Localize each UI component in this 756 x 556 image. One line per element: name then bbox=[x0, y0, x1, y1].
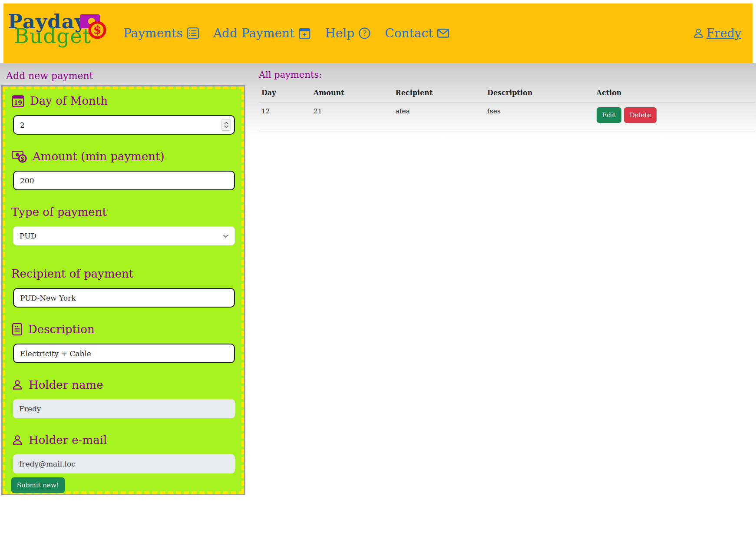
type-of-payment-select[interactable]: PUD bbox=[13, 226, 235, 245]
type-control-wrap: PUD bbox=[13, 226, 235, 245]
calendar-plus-icon bbox=[298, 27, 311, 40]
holder-name-control-wrap bbox=[13, 399, 235, 418]
nav-payments-label: Payments bbox=[123, 26, 183, 40]
holder-email-input bbox=[13, 454, 235, 473]
envelope-icon bbox=[437, 27, 449, 40]
user-account-link[interactable]: Fredy bbox=[693, 26, 741, 40]
app-header: Payday Budget $ Payments Add Payment bbox=[3, 3, 753, 63]
field-group-type: Type of payment PUD bbox=[10, 204, 236, 245]
add-payment-section: Add new payment 19 Day of Month bbox=[0, 63, 250, 556]
nav-contact[interactable]: Contact bbox=[385, 26, 449, 40]
holder-email-control-wrap bbox=[13, 454, 235, 473]
nav-help[interactable]: Help ? bbox=[325, 26, 371, 40]
payments-list-title: All payments: bbox=[259, 70, 755, 80]
svg-text:$: $ bbox=[93, 23, 101, 36]
col-header-recipient: Recipient bbox=[393, 86, 485, 103]
cell-action: Edit Delete bbox=[594, 103, 756, 132]
delete-button[interactable]: Delete bbox=[624, 107, 657, 123]
user-name: Fredy bbox=[706, 26, 741, 40]
col-header-day: Day bbox=[259, 86, 311, 103]
recipient-label: Recipient of payment bbox=[11, 265, 236, 282]
person-icon bbox=[11, 434, 23, 446]
question-circle-icon: ? bbox=[358, 27, 371, 40]
field-group-recipient: Recipient of payment bbox=[10, 265, 236, 308]
holder-name-label: Holder name bbox=[11, 377, 236, 393]
add-payment-form: 19 Day of Month bbox=[3, 86, 244, 494]
col-header-action: Action bbox=[594, 86, 756, 103]
cash-coin-icon: $ bbox=[11, 149, 27, 163]
field-group-amount: $ Amount (min payment) bbox=[10, 148, 236, 190]
main-content: Add new payment 19 Day of Month bbox=[0, 63, 756, 556]
all-payments-section: All payments: Day Amount Recipient Descr… bbox=[250, 63, 756, 556]
field-group-description: Description bbox=[10, 321, 236, 363]
add-payment-panel: 19 Day of Month bbox=[1, 85, 245, 495]
holder-email-label: Holder e-mail bbox=[11, 432, 236, 448]
amount-label: $ Amount (min payment) bbox=[11, 148, 236, 165]
nav-contact-label: Contact bbox=[385, 26, 433, 40]
description-label: Description bbox=[11, 321, 236, 338]
amount-input[interactable] bbox=[13, 171, 235, 190]
recipient-control-wrap bbox=[13, 288, 235, 308]
nav-add-payment-label: Add Payment bbox=[213, 26, 294, 40]
edit-button[interactable]: Edit bbox=[597, 107, 621, 123]
svg-text:$: $ bbox=[20, 156, 24, 162]
amount-control-wrap bbox=[13, 171, 235, 190]
spinner-down-icon[interactable] bbox=[224, 125, 228, 128]
cell-day: 12 bbox=[259, 103, 311, 132]
field-group-holder-email: Holder e-mail bbox=[10, 432, 236, 473]
nav-add-payment[interactable]: Add Payment bbox=[213, 26, 311, 40]
card-text-icon bbox=[11, 323, 23, 336]
table-row: 12 21 afea fses Edit Delete bbox=[259, 103, 755, 132]
payments-table: Day Amount Recipient Description Action … bbox=[259, 86, 755, 132]
day-of-month-input[interactable] bbox=[13, 115, 235, 135]
svg-text:19: 19 bbox=[14, 99, 22, 106]
cash-dollar-icon: $ bbox=[79, 12, 107, 40]
type-of-payment-label: Type of payment bbox=[11, 204, 236, 220]
table-header-row: Day Amount Recipient Description Action bbox=[259, 86, 755, 103]
day-of-month-label: 19 Day of Month bbox=[11, 93, 236, 109]
holder-name-input bbox=[13, 399, 235, 418]
description-control-wrap bbox=[13, 344, 235, 363]
col-header-amount: Amount bbox=[311, 86, 393, 103]
day-control-wrap bbox=[13, 115, 235, 135]
form-title: Add new payment bbox=[6, 70, 250, 81]
main-nav: Payments Add Payment Help ? bbox=[123, 26, 449, 40]
col-header-description: Description bbox=[485, 86, 594, 103]
calendar-date-icon: 19 bbox=[11, 94, 25, 108]
submit-new-button[interactable]: Submit new! bbox=[11, 477, 65, 493]
person-icon bbox=[11, 379, 23, 391]
app-logo[interactable]: Payday Budget $ bbox=[8, 12, 104, 55]
number-spinner[interactable] bbox=[221, 119, 231, 131]
cell-description: fses bbox=[485, 103, 594, 132]
recipient-input[interactable] bbox=[13, 288, 235, 308]
person-icon bbox=[693, 27, 704, 39]
cell-amount: 21 bbox=[311, 103, 393, 132]
list-icon bbox=[187, 27, 199, 40]
nav-help-label: Help bbox=[325, 26, 354, 40]
cell-recipient: afea bbox=[393, 103, 485, 132]
description-input[interactable] bbox=[13, 344, 235, 363]
nav-payments[interactable]: Payments bbox=[123, 26, 199, 40]
svg-text:?: ? bbox=[363, 29, 366, 37]
field-group-holder-name: Holder name bbox=[10, 377, 236, 418]
spinner-up-icon[interactable] bbox=[224, 122, 228, 125]
field-group-day: 19 Day of Month bbox=[10, 93, 236, 135]
